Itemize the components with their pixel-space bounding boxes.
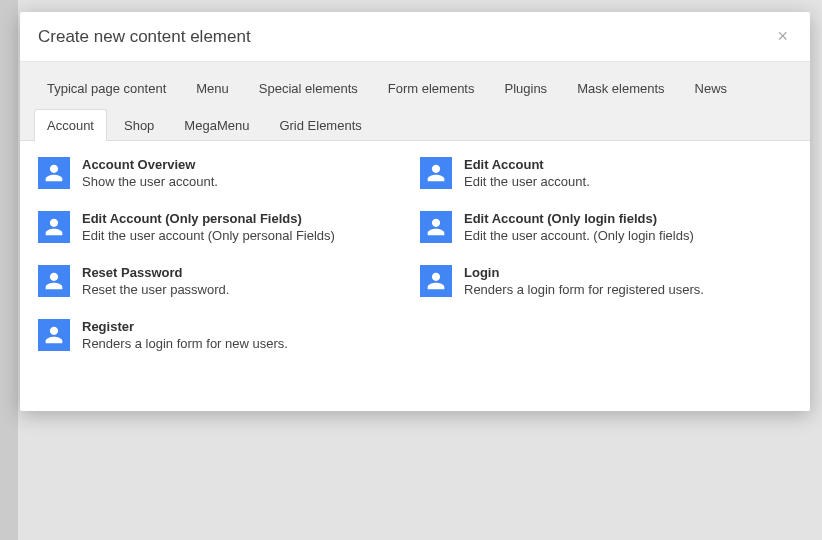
element-text: Account Overview Show the user account. — [82, 157, 218, 189]
tab-megamenu[interactable]: MegaMenu — [171, 109, 262, 141]
element-text: Register Renders a login form for new us… — [82, 319, 288, 351]
tab-form-elements[interactable]: Form elements — [375, 72, 488, 104]
element-desc: Show the user account. — [82, 174, 218, 189]
element-desc: Edit the user account (Only personal Fie… — [82, 228, 335, 243]
tab-menu[interactable]: Menu — [183, 72, 242, 104]
element-title: Edit Account (Only login fields) — [464, 211, 694, 226]
element-text: Edit Account Edit the user account. — [464, 157, 590, 189]
element-text: Login Renders a login form for registere… — [464, 265, 704, 297]
user-icon — [38, 319, 70, 351]
user-icon — [420, 265, 452, 297]
element-desc: Renders a login form for new users. — [82, 336, 288, 351]
element-title: Register — [82, 319, 288, 334]
user-icon — [420, 157, 452, 189]
element-login[interactable]: Login Renders a login form for registere… — [420, 265, 792, 297]
tab-special-elements[interactable]: Special elements — [246, 72, 371, 104]
element-desc: Edit the user account. — [464, 174, 590, 189]
tabs-row-1: Typical page content Menu Special elemen… — [20, 62, 810, 141]
tab-mask-elements[interactable]: Mask elements — [564, 72, 677, 104]
element-edit-account-login[interactable]: Edit Account (Only login fields) Edit th… — [420, 211, 792, 243]
element-title: Account Overview — [82, 157, 218, 172]
element-desc: Edit the user account. (Only login field… — [464, 228, 694, 243]
modal-title: Create new content element — [38, 27, 251, 47]
element-title: Reset Password — [82, 265, 229, 280]
tab-news[interactable]: News — [682, 72, 741, 104]
tab-grid-elements[interactable]: Grid Elements — [266, 109, 374, 141]
user-icon — [38, 157, 70, 189]
user-icon — [38, 211, 70, 243]
element-desc: Reset the user password. — [82, 282, 229, 297]
tab-shop[interactable]: Shop — [111, 109, 167, 141]
user-icon — [420, 211, 452, 243]
element-account-overview[interactable]: Account Overview Show the user account. — [38, 157, 410, 189]
modal-header: Create new content element × — [20, 12, 810, 62]
tab-plugins[interactable]: Plugins — [491, 72, 560, 104]
element-text: Reset Password Reset the user password. — [82, 265, 229, 297]
create-content-element-modal: Create new content element × Typical pag… — [20, 12, 810, 411]
element-register[interactable]: Register Renders a login form for new us… — [38, 319, 410, 351]
elements-grid: Account Overview Show the user account. … — [20, 141, 810, 411]
element-reset-password[interactable]: Reset Password Reset the user password. — [38, 265, 410, 297]
user-icon — [38, 265, 70, 297]
element-edit-account-personal[interactable]: Edit Account (Only personal Fields) Edit… — [38, 211, 410, 243]
element-desc: Renders a login form for registered user… — [464, 282, 704, 297]
element-text: Edit Account (Only personal Fields) Edit… — [82, 211, 335, 243]
tab-typical-page-content[interactable]: Typical page content — [34, 72, 179, 104]
element-title: Login — [464, 265, 704, 280]
element-edit-account[interactable]: Edit Account Edit the user account. — [420, 157, 792, 189]
element-title: Edit Account — [464, 157, 590, 172]
element-text: Edit Account (Only login fields) Edit th… — [464, 211, 694, 243]
close-button[interactable]: × — [773, 26, 792, 47]
tab-account[interactable]: Account — [34, 109, 107, 141]
element-title: Edit Account (Only personal Fields) — [82, 211, 335, 226]
